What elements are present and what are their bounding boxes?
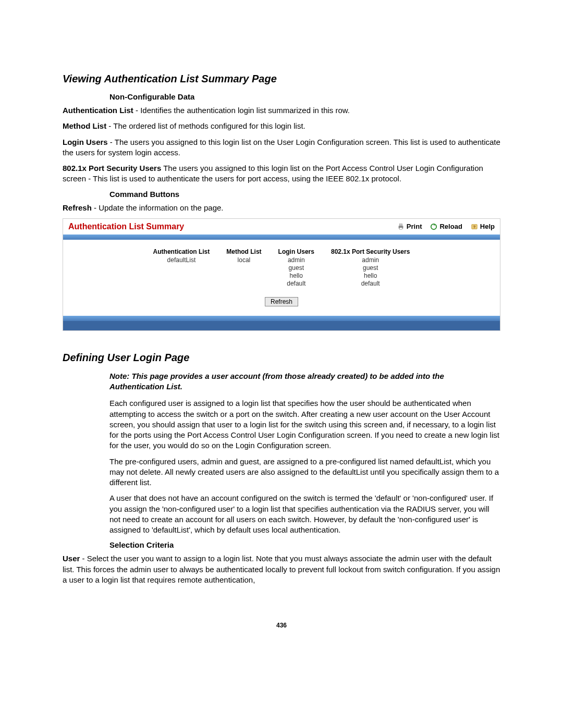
text-method-list: - The ordered list of methods configured… <box>106 121 305 130</box>
refresh-button[interactable]: Refresh <box>265 297 298 306</box>
panel-title-text: Authentication List Summary <box>68 222 184 231</box>
print-label: Print <box>407 223 422 230</box>
cell-port-sec-users: admin guest hello default <box>323 256 418 288</box>
col-header-method-list: Method List <box>218 247 270 256</box>
help-button[interactable]: ? Help <box>471 223 495 230</box>
section-heading-viewing: Viewing Authentication List Summary Page <box>63 73 500 85</box>
section-heading-defining: Defining User Login Page <box>63 352 500 364</box>
cell-auth-list: defaultList <box>145 256 218 288</box>
port-sec-user-value: default <box>331 280 410 288</box>
svg-rect-1 <box>399 224 402 226</box>
label-login-users: Login Users <box>63 138 108 146</box>
sub-heading-noncfg: Non-Configurable Data <box>109 92 500 101</box>
svg-rect-2 <box>399 228 402 230</box>
para-login-users: Login Users - The users you assigned to … <box>63 137 500 158</box>
label-auth-list: Authentication List <box>63 106 133 115</box>
document-page: Viewing Authentication List Summary Page… <box>0 0 563 660</box>
label-method-list: Method List <box>63 121 106 130</box>
port-sec-user-value: admin <box>331 256 410 264</box>
page-number: 436 <box>63 622 500 629</box>
para-user: User - Select the user you want to assig… <box>63 553 500 585</box>
text-refresh: - Update the information on the page. <box>92 203 224 212</box>
login-user-value: admin <box>278 256 314 264</box>
para-s2-3: A user that does not have an account con… <box>109 493 500 535</box>
help-icon: ? <box>471 223 478 230</box>
printer-icon <box>397 223 405 230</box>
port-sec-user-value: guest <box>331 264 410 272</box>
note-text: Note: This page provides a user account … <box>109 371 500 392</box>
para-auth-list: Authentication List - Identifies the aut… <box>63 105 500 116</box>
label-port-sec: 802.1x Port Security Users <box>63 164 161 172</box>
svg-text:?: ? <box>473 224 475 229</box>
para-method-list: Method List - The ordered list of method… <box>63 121 500 131</box>
login-user-value: default <box>278 280 314 288</box>
para-s2-1: Each configured user is assigned to a lo… <box>109 398 500 451</box>
table-row: defaultList local admin guest hello defa… <box>145 256 419 288</box>
print-button[interactable]: Print <box>397 223 422 230</box>
panel-actions: Print Reload ? Help <box>397 223 495 230</box>
cell-method-list: local <box>218 256 270 288</box>
panel-blue-bar-top <box>63 235 500 240</box>
para-port-sec: 802.1x Port Security Users The users you… <box>63 163 500 184</box>
reload-button[interactable]: Reload <box>430 223 462 230</box>
col-header-auth-list: Authentication List <box>145 247 218 256</box>
text-user: - Select the user you want to assign to … <box>63 554 500 584</box>
col-header-port-sec-users: 802.1x Port Security Users <box>323 247 418 256</box>
text-auth-list: - Identifies the authentication login li… <box>133 106 350 115</box>
sub-heading-selection: Selection Criteria <box>109 540 500 549</box>
auth-list-summary-panel: Authentication List Summary Print Reload <box>63 218 500 331</box>
panel-body: Authentication List Method List Login Us… <box>63 240 500 316</box>
panel-titlebar: Authentication List Summary Print Reload <box>63 219 500 235</box>
para-refresh: Refresh - Update the information on the … <box>63 203 500 213</box>
help-label: Help <box>480 223 495 230</box>
label-user: User <box>63 554 80 563</box>
summary-table: Authentication List Method List Login Us… <box>145 247 419 288</box>
reload-icon <box>430 223 437 230</box>
panel-footer <box>63 321 500 330</box>
reload-label: Reload <box>439 223 462 230</box>
sub-heading-cmdbtns: Command Buttons <box>109 190 500 199</box>
cell-login-users: admin guest hello default <box>270 256 323 288</box>
port-sec-user-value: hello <box>331 272 410 280</box>
login-user-value: hello <box>278 272 314 280</box>
text-login-users: - The users you assigned to this login l… <box>63 138 500 157</box>
col-header-login-users: Login Users <box>270 247 323 256</box>
panel-blue-bar-bottom <box>63 316 500 321</box>
login-user-value: guest <box>278 264 314 272</box>
table-header-row: Authentication List Method List Login Us… <box>145 247 419 256</box>
label-refresh: Refresh <box>63 203 92 212</box>
para-s2-2: The pre-configured users, admin and gues… <box>109 456 500 488</box>
